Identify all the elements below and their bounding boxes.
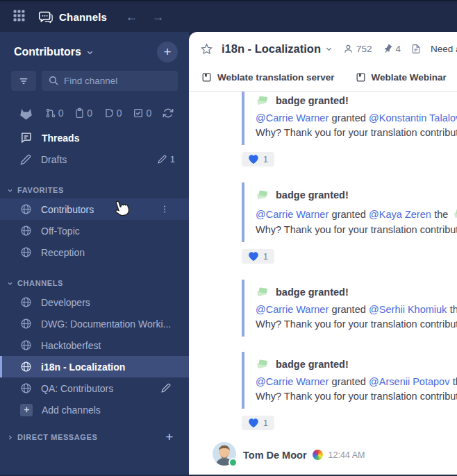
direct-messages-section-header[interactable]: DIRECT MESSAGES +: [0, 429, 189, 445]
grant-verb: granted: [332, 112, 366, 124]
favorites-chevron-icon: [7, 187, 13, 194]
channel-files-button[interactable]: [411, 44, 421, 54]
sidebar-item-threads[interactable]: Threads: [0, 127, 189, 148]
globe-icon: [20, 203, 32, 215]
gitlab-todo-count: 0: [146, 108, 151, 119]
mention-grantee[interactable]: @Konstantin Talalov: [369, 112, 457, 124]
mention-granter[interactable]: @Carrie Warner: [256, 112, 329, 124]
mention-granter[interactable]: @Carrie Warner: [256, 376, 329, 387]
add-channels-button[interactable]: Add channels: [0, 399, 189, 420]
bot-message: badge granted! @Carrie Warnergranted@Kon…: [189, 92, 457, 167]
gitlab-merge-count: 0: [58, 108, 64, 119]
file-icon: [411, 44, 421, 54]
message-quote: badge granted! @Carrie Warnergranted@Kon…: [242, 92, 457, 145]
channel-name: Contributors: [41, 204, 94, 215]
team-chevron-down-icon[interactable]: [86, 49, 94, 56]
avatar[interactable]: [213, 442, 236, 466]
sidebar-channel-dwg-documentation[interactable]: DWG: Documentation Worki...: [0, 313, 189, 334]
reaction-blue-heart[interactable]: 1: [242, 152, 274, 167]
channel-name: Developers: [41, 297, 90, 308]
message-list[interactable]: badge granted! @Carrie Warnergranted@Kon…: [189, 92, 457, 475]
blue-heart-icon: [248, 418, 259, 428]
history-back-icon[interactable]: ←: [125, 10, 138, 23]
sidebar-channel-off-topic[interactable]: Off-Topic: [0, 220, 189, 241]
mention-granter[interactable]: @Carrie Warner: [256, 304, 329, 315]
history-forward-icon[interactable]: →: [151, 10, 164, 23]
timestamp[interactable]: 12:44 AM: [329, 450, 365, 460]
sidebar: Contributors +: [0, 32, 189, 475]
badge-granted-title: badge granted!: [276, 95, 349, 106]
dm-label: DIRECT MESSAGES: [17, 433, 97, 441]
channel-title[interactable]: i18n - Localization: [222, 42, 321, 56]
gitlab-refresh-icon[interactable]: [163, 108, 174, 119]
blue-heart-icon: [248, 154, 259, 164]
filter-icon[interactable]: [11, 71, 36, 91]
channel-title-chevron-icon[interactable]: [325, 45, 333, 53]
globe-icon: [20, 296, 32, 308]
channel-members-button[interactable]: 752: [343, 44, 372, 54]
sender-name[interactable]: Tom De Moor: [243, 450, 307, 461]
team-name[interactable]: Contributors: [14, 46, 81, 58]
badge-emoji: [453, 207, 457, 221]
grant-line: @Carrie Warnergranted@Arsenii Potapovthe: [256, 376, 457, 387]
gitlab-merge-requests[interactable]: 0: [45, 108, 64, 119]
search-input[interactable]: [42, 71, 178, 91]
channel-name: QA: Contributors: [41, 383, 113, 394]
why-line: Why? Thank you for your translation cont…: [256, 224, 457, 235]
add-button[interactable]: +: [157, 42, 178, 62]
mention-grantee[interactable]: @Arsenii Potapov: [369, 376, 449, 387]
gitlab-issue-count: 0: [87, 108, 92, 119]
grant-verb: granted: [332, 376, 366, 387]
badge-granted-title: badge granted!: [276, 287, 349, 298]
channel-name: Off-Topic: [41, 226, 80, 237]
mention-grantee[interactable]: @Serhii Khomiuk: [369, 304, 447, 315]
product-channels[interactable]: Channels: [38, 10, 107, 24]
mention-grantee[interactable]: @Kaya Zeren: [369, 209, 431, 220]
dm-add-button[interactable]: +: [165, 430, 174, 445]
gitlab-fox-icon[interactable]: [18, 105, 34, 120]
mention-granter[interactable]: @Carrie Warner: [256, 209, 329, 220]
gitlab-issues[interactable]: 0: [74, 108, 92, 119]
channels-chevron-icon: [7, 280, 13, 287]
badge-emoji: [256, 285, 269, 299]
channel-name: Hacktoberfest: [41, 340, 101, 351]
grant-after: the: [434, 209, 448, 220]
sidebar-channel-qa-contributors[interactable]: QA: Contributors: [0, 377, 189, 399]
channels-bubble-icon: [38, 10, 53, 24]
channel-options-kebab-icon[interactable]: [160, 204, 169, 216]
drafts-pencil-icon: [20, 154, 31, 165]
pinned-posts-button[interactable]: 4: [383, 44, 401, 54]
grant-line: @Carrie Warnergranted@Serhii Khomiukthe: [256, 304, 457, 315]
badge-emoji: [256, 357, 269, 371]
message-quote: badge granted! @Carrie Warnergranted@Ser…: [242, 280, 457, 337]
sidebar-channel-i18n-localization[interactable]: i18n - Localization: [0, 356, 189, 377]
favorite-star-icon[interactable]: [201, 43, 213, 55]
globe-icon: [20, 246, 32, 258]
channels-section-header[interactable]: CHANNELS: [0, 275, 189, 291]
dm-chevron-icon: [7, 434, 13, 441]
add-channels-label: Add channels: [42, 405, 101, 416]
gitlab-todos[interactable]: 0: [133, 108, 151, 119]
channel-header: i18n - Localization 752 4: [189, 32, 457, 63]
sidebar-channel-reception[interactable]: Reception: [0, 241, 189, 263]
reaction-blue-heart[interactable]: 1: [242, 416, 274, 430]
badge-emoji: [256, 188, 269, 202]
blue-heart-icon: [248, 251, 259, 262]
bookmark-weblate-translation-server[interactable]: Weblate translation server: [201, 72, 335, 83]
bookmark-label: Weblate translation server: [217, 72, 335, 83]
gitlab-plugin-bar: 0 0 0 0: [18, 105, 174, 120]
channel-view: i18n - Localization 752 4: [189, 32, 457, 475]
apps-grid-icon[interactable]: [13, 9, 26, 25]
bookmark-weblate-webinar[interactable]: Weblate Webinar: [356, 72, 447, 83]
grant-after: the: [450, 304, 457, 315]
gitlab-reviews[interactable]: 0: [103, 108, 122, 119]
badge-granted-title: badge granted!: [276, 359, 349, 370]
sidebar-channel-contributors[interactable]: Contributors: [0, 198, 189, 220]
sidebar-channel-developers[interactable]: Developers: [0, 291, 189, 313]
sidebar-channel-hacktoberfest[interactable]: Hacktoberfest: [0, 334, 189, 356]
favorites-section-header[interactable]: FAVORITES: [0, 182, 189, 198]
sidebar-item-drafts[interactable]: Drafts 1: [0, 148, 189, 170]
reaction-blue-heart[interactable]: 1: [242, 249, 274, 264]
channel-purpose-text[interactable]: Need assis: [431, 44, 457, 54]
grant-verb: granted: [332, 209, 366, 220]
